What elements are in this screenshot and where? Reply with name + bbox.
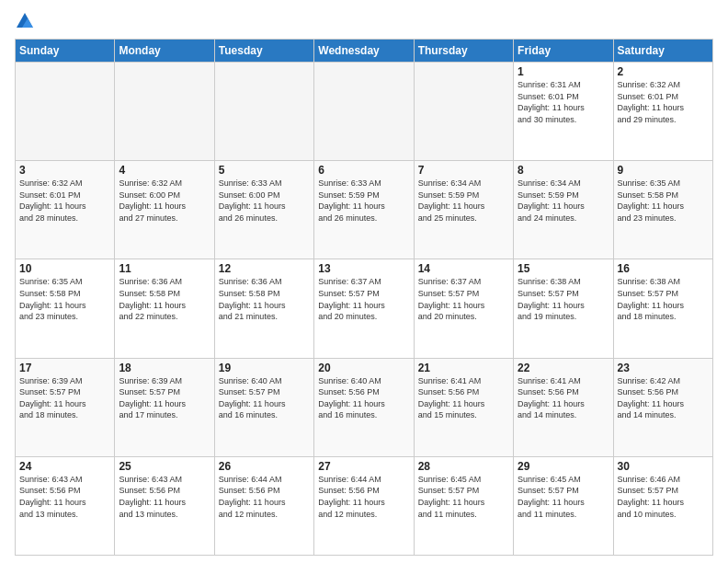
day-number: 7 [418, 164, 509, 177]
day-cell: 30Sunrise: 6:46 AM Sunset: 5:57 PM Dayli… [613, 456, 712, 555]
day-cell [314, 63, 414, 161]
day-cell: 1Sunrise: 6:31 AM Sunset: 6:01 PM Daylig… [514, 63, 613, 161]
week-row-2: 3Sunrise: 6:32 AM Sunset: 6:01 PM Daylig… [16, 161, 713, 259]
day-cell: 26Sunrise: 6:44 AM Sunset: 5:56 PM Dayli… [214, 456, 313, 555]
week-row-1: 1Sunrise: 6:31 AM Sunset: 6:01 PM Daylig… [16, 63, 713, 161]
day-number: 14 [418, 262, 509, 275]
day-number: 6 [318, 164, 409, 177]
day-number: 28 [418, 460, 509, 473]
day-cell: 12Sunrise: 6:36 AM Sunset: 5:58 PM Dayli… [214, 259, 313, 358]
day-cell: 9Sunrise: 6:35 AM Sunset: 5:58 PM Daylig… [613, 161, 712, 259]
day-cell: 8Sunrise: 6:34 AM Sunset: 5:59 PM Daylig… [514, 161, 613, 259]
day-info: Sunrise: 6:32 AM Sunset: 6:01 PM Dayligh… [618, 79, 709, 125]
day-number: 1 [518, 65, 609, 78]
day-cell: 17Sunrise: 6:39 AM Sunset: 5:57 PM Dayli… [16, 358, 115, 456]
day-number: 17 [19, 362, 110, 374]
day-info: Sunrise: 6:44 AM Sunset: 5:56 PM Dayligh… [318, 474, 409, 520]
day-number: 24 [19, 460, 110, 473]
day-cell: 10Sunrise: 6:35 AM Sunset: 5:58 PM Dayli… [16, 259, 115, 358]
day-info: Sunrise: 6:44 AM Sunset: 5:56 PM Dayligh… [219, 474, 310, 520]
day-cell: 14Sunrise: 6:37 AM Sunset: 5:57 PM Dayli… [414, 259, 513, 358]
day-number: 18 [119, 362, 210, 374]
day-cell: 11Sunrise: 6:36 AM Sunset: 5:58 PM Dayli… [115, 259, 214, 358]
day-number: 3 [19, 164, 110, 177]
day-info: Sunrise: 6:37 AM Sunset: 5:57 PM Dayligh… [418, 276, 509, 322]
weekday-tuesday: Tuesday [214, 40, 313, 63]
day-cell: 6Sunrise: 6:33 AM Sunset: 5:59 PM Daylig… [314, 161, 414, 259]
day-cell: 2Sunrise: 6:32 AM Sunset: 6:01 PM Daylig… [613, 63, 712, 161]
day-cell: 16Sunrise: 6:38 AM Sunset: 5:57 PM Dayli… [613, 259, 712, 358]
day-info: Sunrise: 6:36 AM Sunset: 5:58 PM Dayligh… [119, 276, 210, 322]
day-number: 5 [219, 164, 310, 177]
weekday-thursday: Thursday [414, 40, 513, 63]
weekday-monday: Monday [115, 40, 214, 63]
day-cell [16, 63, 115, 161]
day-number: 27 [318, 460, 409, 473]
day-cell: 4Sunrise: 6:32 AM Sunset: 6:00 PM Daylig… [115, 161, 214, 259]
day-number: 16 [618, 262, 709, 275]
day-number: 29 [518, 460, 609, 473]
day-number: 26 [219, 460, 310, 473]
day-cell: 22Sunrise: 6:41 AM Sunset: 5:56 PM Dayli… [514, 358, 613, 456]
day-cell: 18Sunrise: 6:39 AM Sunset: 5:57 PM Dayli… [115, 358, 214, 456]
day-number: 11 [119, 262, 210, 275]
day-info: Sunrise: 6:32 AM Sunset: 6:00 PM Dayligh… [119, 178, 210, 224]
day-info: Sunrise: 6:45 AM Sunset: 5:57 PM Dayligh… [418, 474, 509, 520]
day-number: 10 [19, 262, 110, 275]
calendar-table: SundayMondayTuesdayWednesdayThursdayFrid… [15, 39, 713, 556]
day-cell: 7Sunrise: 6:34 AM Sunset: 5:59 PM Daylig… [414, 161, 513, 259]
day-number: 30 [618, 460, 709, 473]
day-cell: 24Sunrise: 6:43 AM Sunset: 5:56 PM Dayli… [16, 456, 115, 555]
day-info: Sunrise: 6:35 AM Sunset: 5:58 PM Dayligh… [19, 276, 110, 322]
day-number: 9 [618, 164, 709, 177]
day-cell: 21Sunrise: 6:41 AM Sunset: 5:56 PM Dayli… [414, 358, 513, 456]
day-info: Sunrise: 6:32 AM Sunset: 6:01 PM Dayligh… [19, 178, 110, 224]
day-info: Sunrise: 6:40 AM Sunset: 5:57 PM Dayligh… [219, 375, 310, 421]
day-info: Sunrise: 6:35 AM Sunset: 5:58 PM Dayligh… [618, 178, 709, 224]
day-info: Sunrise: 6:43 AM Sunset: 5:56 PM Dayligh… [119, 474, 210, 520]
day-number: 8 [518, 164, 609, 177]
day-number: 2 [618, 65, 709, 78]
day-number: 19 [219, 362, 310, 374]
day-info: Sunrise: 6:41 AM Sunset: 5:56 PM Dayligh… [418, 375, 509, 421]
day-number: 22 [518, 362, 609, 374]
logo [15, 11, 39, 31]
day-info: Sunrise: 6:39 AM Sunset: 5:57 PM Dayligh… [19, 375, 110, 421]
day-cell [214, 63, 313, 161]
day-info: Sunrise: 6:41 AM Sunset: 5:56 PM Dayligh… [518, 375, 609, 421]
day-cell [414, 63, 513, 161]
day-cell: 25Sunrise: 6:43 AM Sunset: 5:56 PM Dayli… [115, 456, 214, 555]
logo-icon [15, 11, 35, 31]
day-cell: 23Sunrise: 6:42 AM Sunset: 5:56 PM Dayli… [613, 358, 712, 456]
day-number: 25 [119, 460, 210, 473]
day-number: 21 [418, 362, 509, 374]
day-cell: 28Sunrise: 6:45 AM Sunset: 5:57 PM Dayli… [414, 456, 513, 555]
day-info: Sunrise: 6:42 AM Sunset: 5:56 PM Dayligh… [618, 375, 709, 421]
day-info: Sunrise: 6:39 AM Sunset: 5:57 PM Dayligh… [119, 375, 210, 421]
day-info: Sunrise: 6:33 AM Sunset: 5:59 PM Dayligh… [318, 178, 409, 224]
weekday-friday: Friday [514, 40, 613, 63]
day-info: Sunrise: 6:46 AM Sunset: 5:57 PM Dayligh… [618, 474, 709, 520]
day-number: 13 [318, 262, 409, 275]
day-cell: 27Sunrise: 6:44 AM Sunset: 5:56 PM Dayli… [314, 456, 414, 555]
day-info: Sunrise: 6:36 AM Sunset: 5:58 PM Dayligh… [219, 276, 310, 322]
weekday-saturday: Saturday [613, 40, 712, 63]
day-number: 15 [518, 262, 609, 275]
day-info: Sunrise: 6:38 AM Sunset: 5:57 PM Dayligh… [518, 276, 609, 322]
day-number: 12 [219, 262, 310, 275]
day-cell: 29Sunrise: 6:45 AM Sunset: 5:57 PM Dayli… [514, 456, 613, 555]
day-cell: 15Sunrise: 6:38 AM Sunset: 5:57 PM Dayli… [514, 259, 613, 358]
calendar-body: 1Sunrise: 6:31 AM Sunset: 6:01 PM Daylig… [16, 63, 713, 556]
weekday-sunday: Sunday [16, 40, 115, 63]
week-row-4: 17Sunrise: 6:39 AM Sunset: 5:57 PM Dayli… [16, 358, 713, 456]
day-cell: 20Sunrise: 6:40 AM Sunset: 5:56 PM Dayli… [314, 358, 414, 456]
day-cell: 5Sunrise: 6:33 AM Sunset: 6:00 PM Daylig… [214, 161, 313, 259]
day-cell: 3Sunrise: 6:32 AM Sunset: 6:01 PM Daylig… [16, 161, 115, 259]
weekday-header: SundayMondayTuesdayWednesdayThursdayFrid… [16, 40, 713, 63]
day-info: Sunrise: 6:34 AM Sunset: 5:59 PM Dayligh… [418, 178, 509, 224]
day-info: Sunrise: 6:43 AM Sunset: 5:56 PM Dayligh… [19, 474, 110, 520]
day-cell: 19Sunrise: 6:40 AM Sunset: 5:57 PM Dayli… [214, 358, 313, 456]
day-number: 20 [318, 362, 409, 374]
page-header [15, 11, 713, 31]
day-number: 23 [618, 362, 709, 374]
